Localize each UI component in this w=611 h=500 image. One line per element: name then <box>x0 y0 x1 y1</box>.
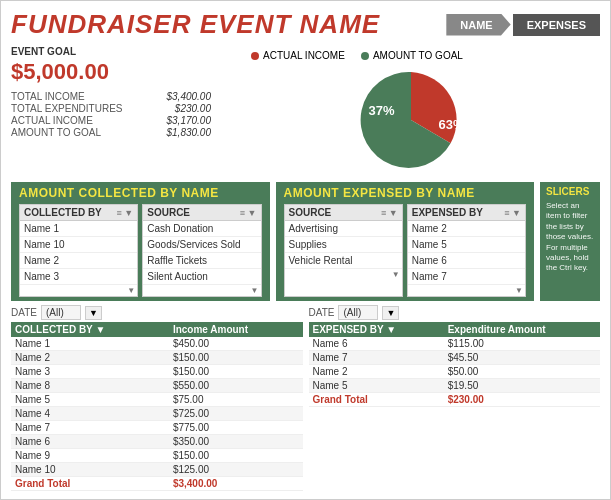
scroll-indicator-4: ▼ <box>408 285 525 296</box>
income-total-value: $3,400.00 <box>169 477 303 491</box>
stat-row-income: TOTAL INCOME $3,400.00 <box>11 91 211 102</box>
bottom-section: DATE (All) ▼ COLLECTED BY ▼ Income Amoun… <box>11 305 600 491</box>
income-table: COLLECTED BY ▼ Income Amount Name 1$450.… <box>11 322 303 491</box>
legend-actual-income: ACTUAL INCOME <box>251 50 345 61</box>
income-date-dropdown[interactable]: ▼ <box>85 306 102 320</box>
income-date-filter-row: DATE (All) ▼ <box>11 305 303 320</box>
expense-col2-header: Expenditure Amount <box>444 322 600 337</box>
slicers-title: SLICERS <box>546 186 594 197</box>
nav-name-button[interactable]: NAME <box>446 14 510 36</box>
list-item[interactable]: Name 7 <box>408 269 525 285</box>
list-item[interactable]: Name 6 <box>408 253 525 269</box>
top-section: EVENT GOAL $5,000.00 TOTAL INCOME $3,400… <box>1 44 610 179</box>
income-col2-header: Income Amount <box>169 322 303 337</box>
collected-by-filter[interactable]: COLLECTED BY ≡ ▼ Name 1 Name 10 Name 2 N… <box>19 204 138 297</box>
expense-col1-header[interactable]: EXPENSED BY ▼ <box>309 322 444 337</box>
expense-source-header: SOURCE ≡ ▼ <box>285 205 402 221</box>
list-item[interactable]: Name 10 <box>20 237 137 253</box>
expense-amount-cell: $115.00 <box>444 337 600 351</box>
event-goal-label: EVENT GOAL <box>11 46 211 57</box>
list-item[interactable]: Supplies <box>285 237 402 253</box>
header-nav: NAME EXPENSES <box>446 14 600 36</box>
left-stats: EVENT GOAL $5,000.00 TOTAL INCOME $3,400… <box>11 46 211 175</box>
source-list: Cash Donation Goods/Services Sold Raffle… <box>143 221 260 285</box>
legend-actual-label: ACTUAL INCOME <box>263 50 345 61</box>
nav-expenses-button[interactable]: EXPENSES <box>513 14 600 36</box>
list-item[interactable]: Silent Auction <box>143 269 260 285</box>
legend-goal-label: AMOUNT TO GOAL <box>373 50 463 61</box>
expense-table: EXPENSED BY ▼ Expenditure Amount Name 6$… <box>309 322 601 407</box>
list-item[interactable]: Raffle Tickets <box>143 253 260 269</box>
table-row: Name 10$125.00 <box>11 463 303 477</box>
income-amount-cell: $775.00 <box>169 421 303 435</box>
table-row: Name 7$45.50 <box>309 351 601 365</box>
expense-table-wrap: DATE (All) ▼ EXPENSED BY ▼ Expenditure A… <box>309 305 601 491</box>
legend-dot-red <box>251 52 259 60</box>
table-row: Name 1$450.00 <box>11 337 303 351</box>
list-item[interactable]: Name 2 <box>408 221 525 237</box>
expense-total-value: $230.00 <box>444 393 600 407</box>
income-amount-cell: $150.00 <box>169 365 303 379</box>
list-item[interactable]: Goods/Services Sold <box>143 237 260 253</box>
collected-filters: COLLECTED BY ≡ ▼ Name 1 Name 10 Name 2 N… <box>19 204 262 297</box>
stats-table: TOTAL INCOME $3,400.00 TOTAL EXPENDITURE… <box>11 91 211 138</box>
stat-label-expenditures: TOTAL EXPENDITURES <box>11 103 123 114</box>
stat-row-goal: AMOUNT TO GOAL $1,830.00 <box>11 127 211 138</box>
expense-name-cell: Name 5 <box>309 379 444 393</box>
income-name-cell: Name 9 <box>11 449 169 463</box>
income-amount-cell: $125.00 <box>169 463 303 477</box>
list-item[interactable]: Name 1 <box>20 221 137 237</box>
filter-icons: ≡ ▼ <box>117 208 134 218</box>
income-amount-cell: $150.00 <box>169 351 303 365</box>
chart-area: ACTUAL INCOME AMOUNT TO GOAL 37% <box>221 46 600 175</box>
stat-label-income: TOTAL INCOME <box>11 91 85 102</box>
income-amount-cell: $75.00 <box>169 393 303 407</box>
expense-amount-cell: $45.50 <box>444 351 600 365</box>
stat-row-expenditures: TOTAL EXPENDITURES $230.00 <box>11 103 211 114</box>
income-col1-header[interactable]: COLLECTED BY ▼ <box>11 322 169 337</box>
expense-amount-cell: $50.00 <box>444 365 600 379</box>
table-row: Name 9$150.00 <box>11 449 303 463</box>
filter-icons-3: ≡ ▼ <box>381 208 398 218</box>
table-row: Name 5$75.00 <box>11 393 303 407</box>
legend-dot-green <box>361 52 369 60</box>
list-item[interactable]: Advertising <box>285 221 402 237</box>
expensed-by-list: Name 2 Name 5 Name 6 Name 7 <box>408 221 525 285</box>
expense-name-cell: Name 2 <box>309 365 444 379</box>
expense-date-dropdown[interactable]: ▼ <box>382 306 399 320</box>
expensed-by-filter[interactable]: EXPENSED BY ≡ ▼ Name 2 Name 5 Name 6 Nam… <box>407 204 526 297</box>
list-item[interactable]: Name 2 <box>20 253 137 269</box>
income-amount-cell: $450.00 <box>169 337 303 351</box>
stat-value-goal: $1,830.00 <box>167 127 212 138</box>
list-item[interactable]: Vehicle Rental <box>285 253 402 269</box>
list-item[interactable]: Name 3 <box>20 269 137 285</box>
income-amount-cell: $350.00 <box>169 435 303 449</box>
expense-source-filter[interactable]: SOURCE ≡ ▼ Advertising Supplies Vehicle … <box>284 204 403 297</box>
stat-label-goal: AMOUNT TO GOAL <box>11 127 101 138</box>
pie-label-actual: 37% <box>369 103 395 118</box>
table-row: Name 2$50.00 <box>309 365 601 379</box>
scroll-indicator-3: ▼ <box>285 269 402 280</box>
expensed-by-label: EXPENSED BY <box>412 207 483 218</box>
collected-title: AMOUNT COLLECTED BY NAME <box>19 186 262 200</box>
collected-by-header: COLLECTED BY ≡ ▼ <box>20 205 137 221</box>
expense-date-value[interactable]: (All) <box>338 305 378 320</box>
table-row: Name 6$115.00 <box>309 337 601 351</box>
income-date-value[interactable]: (All) <box>41 305 81 320</box>
table-row: Name 8$550.00 <box>11 379 303 393</box>
event-goal-value: $5,000.00 <box>11 59 211 85</box>
list-item[interactable]: Name 5 <box>408 237 525 253</box>
pie-chart: 37% 63% <box>351 65 471 175</box>
list-item[interactable]: Cash Donation <box>143 221 260 237</box>
expense-total-row: Grand Total$230.00 <box>309 393 601 407</box>
legend-amount-to-goal: AMOUNT TO GOAL <box>361 50 463 61</box>
page: FUNDRAISER EVENT NAME NAME EXPENSES EVEN… <box>0 0 611 500</box>
source-filter[interactable]: SOURCE ≡ ▼ Cash Donation Goods/Services … <box>142 204 261 297</box>
slicers-text: Select an item to filter the lists by th… <box>546 201 594 274</box>
scroll-indicator: ▼ <box>20 285 137 296</box>
filter-icons-4: ≡ ▼ <box>504 208 521 218</box>
income-amount-cell: $725.00 <box>169 407 303 421</box>
income-name-cell: Name 3 <box>11 365 169 379</box>
income-total-row: Grand Total$3,400.00 <box>11 477 303 491</box>
expense-source-label: SOURCE <box>289 207 332 218</box>
